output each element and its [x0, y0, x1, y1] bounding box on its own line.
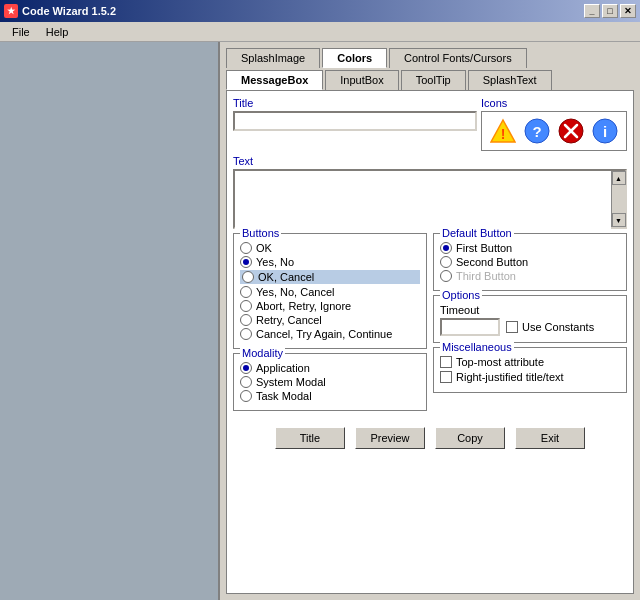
tab-splashtext[interactable]: SplashText — [468, 70, 552, 90]
options-content: Timeout Use Constants — [440, 304, 620, 336]
menu-bar: File Help — [0, 22, 640, 42]
top-most-checkbox[interactable] — [440, 356, 452, 368]
app-icon: ★ — [4, 4, 18, 18]
radio-system-modal-btn[interactable] — [240, 376, 252, 388]
radio-ok-btn[interactable] — [240, 242, 252, 254]
icon-info-btn[interactable]: i — [590, 116, 620, 146]
radio-system-modal[interactable]: System Modal — [240, 376, 420, 388]
radio-yes-no-cancel-btn[interactable] — [240, 286, 252, 298]
tab-messagebox[interactable]: MessageBox — [226, 70, 323, 90]
window-title: Code Wizard 1.5.2 — [22, 5, 116, 17]
timeout-label: Timeout — [440, 304, 479, 316]
menu-help[interactable]: Help — [38, 24, 77, 40]
tab-splashimage[interactable]: SplashImage — [226, 48, 320, 68]
title-input[interactable] — [233, 111, 477, 131]
radio-first-btn[interactable] — [440, 242, 452, 254]
preview-button[interactable]: Preview — [355, 427, 425, 449]
radio-abort-label: Abort, Retry, Ignore — [256, 300, 351, 312]
top-most-label: Top-most attribute — [456, 356, 544, 368]
radio-retry-label: Retry, Cancel — [256, 314, 322, 326]
tab-tooltip[interactable]: ToolTip — [401, 70, 466, 90]
title-label: Title — [233, 97, 477, 109]
radio-task-modal-btn[interactable] — [240, 390, 252, 402]
menu-file[interactable]: File — [4, 24, 38, 40]
radio-third-label: Third Button — [456, 270, 516, 282]
tab-control-fonts[interactable]: Control Fonts/Cursors — [389, 48, 527, 68]
minimize-button[interactable]: _ — [584, 4, 600, 18]
radio-third[interactable]: Third Button — [440, 270, 620, 282]
copy-button[interactable]: Copy — [435, 427, 505, 449]
radio-retry-cancel[interactable]: Retry, Cancel — [240, 314, 420, 326]
radio-yes-no[interactable]: Yes, No — [240, 256, 420, 268]
radio-yes-no-cancel[interactable]: Yes, No, Cancel — [240, 286, 420, 298]
radio-cancel-try-btn[interactable] — [240, 328, 252, 340]
scroll-up-btn[interactable]: ▲ — [612, 171, 626, 185]
right-justified-label: Right-justified title/text — [456, 371, 564, 383]
title-col: Title — [233, 97, 477, 151]
radio-second-label: Second Button — [456, 256, 528, 268]
radio-ok-label: OK — [256, 242, 272, 254]
default-button-content: First Button Second Button Third Button — [440, 242, 620, 282]
panel-content: Title Icons ! — [226, 90, 634, 594]
text-label: Text — [233, 155, 627, 167]
timeout-input[interactable] — [440, 318, 500, 336]
text-wrapper: ▲ ▼ — [233, 169, 627, 229]
icon-question-btn[interactable]: ? — [522, 116, 552, 146]
radio-ok-cancel-label: OK, Cancel — [258, 271, 314, 283]
modality-group: Modality Application System Modal — [233, 353, 427, 411]
options-group-title: Options — [440, 289, 482, 301]
radio-yes-no-label: Yes, No — [256, 256, 294, 268]
radio-third-btn[interactable] — [440, 270, 452, 282]
svg-text:!: ! — [501, 126, 506, 142]
right-justified-checkbox[interactable] — [440, 371, 452, 383]
radio-cancel-try-label: Cancel, Try Again, Continue — [256, 328, 392, 340]
icons-box: ! ? — [481, 111, 627, 151]
left-column: Buttons OK Yes, No — [233, 233, 427, 415]
right-panel: SplashImage Colors Control Fonts/Cursors… — [220, 42, 640, 600]
radio-abort-retry-ignore[interactable]: Abort, Retry, Ignore — [240, 300, 420, 312]
options-group: Options Timeout Use Constants — [433, 295, 627, 343]
misc-group-title: Miscellaneous — [440, 341, 514, 353]
tab-colors[interactable]: Colors — [322, 48, 387, 68]
radio-retry-btn[interactable] — [240, 314, 252, 326]
radio-second-btn[interactable] — [440, 256, 452, 268]
icon-warning-btn[interactable]: ! — [488, 116, 518, 146]
radio-first[interactable]: First Button — [440, 242, 620, 254]
use-constants-row[interactable]: Use Constants — [506, 321, 594, 333]
use-constants-checkbox[interactable] — [506, 321, 518, 333]
radio-ok[interactable]: OK — [240, 242, 420, 254]
close-button[interactable]: ✕ — [620, 4, 636, 18]
svg-text:?: ? — [532, 123, 541, 140]
radio-ok-cancel[interactable]: OK, Cancel — [240, 270, 420, 284]
radio-yes-no-btn[interactable] — [240, 256, 252, 268]
modality-content: Application System Modal Task Modal — [240, 362, 420, 402]
bottom-bar: Title Preview Copy Exit — [233, 423, 627, 451]
exit-button[interactable]: Exit — [515, 427, 585, 449]
radio-task-modal[interactable]: Task Modal — [240, 390, 420, 402]
radio-cancel-try[interactable]: Cancel, Try Again, Continue — [240, 328, 420, 340]
right-justified-row[interactable]: Right-justified title/text — [440, 371, 620, 383]
radio-yes-no-cancel-label: Yes, No, Cancel — [256, 286, 334, 298]
radio-application[interactable]: Application — [240, 362, 420, 374]
title-button[interactable]: Title — [275, 427, 345, 449]
tab-inputbox[interactable]: InputBox — [325, 70, 398, 90]
top-most-row[interactable]: Top-most attribute — [440, 356, 620, 368]
radio-application-btn[interactable] — [240, 362, 252, 374]
radio-application-label: Application — [256, 362, 310, 374]
right-column: Default Button First Button Second Butto… — [433, 233, 627, 415]
radio-second[interactable]: Second Button — [440, 256, 620, 268]
text-input[interactable] — [235, 171, 611, 231]
window-controls: _ □ ✕ — [584, 4, 636, 18]
timeout-input-row: Use Constants — [440, 318, 620, 336]
icon-error-btn[interactable] — [556, 116, 586, 146]
text-scrollbar[interactable]: ▲ ▼ — [611, 171, 625, 227]
default-button-group: Default Button First Button Second Butto… — [433, 233, 627, 291]
scroll-down-btn[interactable]: ▼ — [612, 213, 626, 227]
misc-content: Top-most attribute Right-justified title… — [440, 356, 620, 383]
icons-section: Icons ! ? — [481, 97, 627, 151]
maximize-button[interactable]: □ — [602, 4, 618, 18]
radio-abort-btn[interactable] — [240, 300, 252, 312]
left-panel — [0, 42, 220, 600]
radio-ok-cancel-btn[interactable] — [242, 271, 254, 283]
miscellaneous-group: Miscellaneous Top-most attribute Right-j… — [433, 347, 627, 393]
